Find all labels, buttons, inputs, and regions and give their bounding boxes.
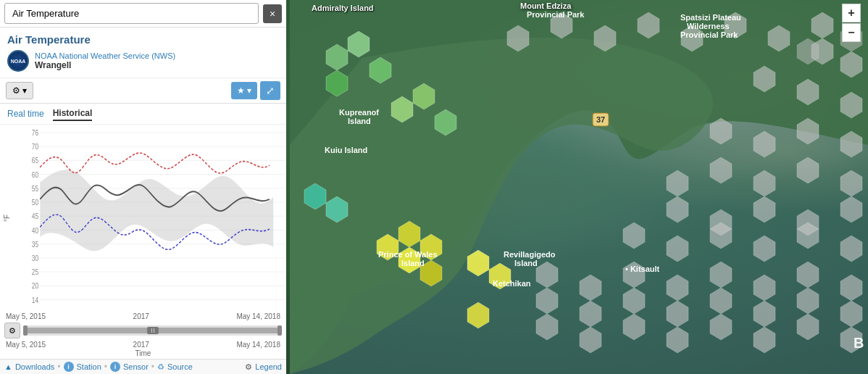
chart-svg: 76 70 65 60 55 50 45 40 35 30 xyxy=(22,128,285,312)
legend-link[interactable]: Legend xyxy=(255,362,282,371)
scrubber-date-mid: 2017 xyxy=(133,341,149,349)
svg-text:Wilderness: Wilderness xyxy=(687,22,730,30)
svg-text:Prince of Wales: Prince of Wales xyxy=(378,250,438,259)
separator-3: • xyxy=(151,362,154,372)
svg-text:Island: Island xyxy=(514,259,538,267)
svg-text:Island: Island xyxy=(401,259,425,267)
source-recycle-icon: ♻ xyxy=(157,362,164,372)
svg-text:20: 20 xyxy=(32,281,39,290)
star-icon: ★ xyxy=(237,86,245,96)
svg-text:50: 50 xyxy=(32,198,39,207)
tab-row: Real time Historical xyxy=(0,104,286,125)
svg-text:B: B xyxy=(854,335,864,351)
map-svg: Admiralty Island Mount Edziza Provincial… xyxy=(290,0,868,374)
separator-2: • xyxy=(104,362,107,372)
left-panel: Air TemperaturePrecipitationWind SpeedHu… xyxy=(0,0,286,374)
scrubber-left-handle[interactable] xyxy=(23,325,28,336)
source-row: NOAA NOAA National Weather Service (NWS)… xyxy=(7,50,279,72)
svg-text:Mount Edziza: Mount Edziza xyxy=(520,1,572,10)
panel-title: Air Temperature xyxy=(7,33,279,46)
svg-text:14: 14 xyxy=(32,296,39,304)
svg-text:37: 37 xyxy=(596,115,605,124)
svg-text:Kupreanof: Kupreanof xyxy=(339,108,379,117)
svg-text:Provincial Park: Provincial Park xyxy=(680,30,738,39)
layer-dropdown[interactable]: Air TemperaturePrecipitationWind SpeedHu… xyxy=(4,3,259,24)
time-label: Time xyxy=(0,349,286,359)
bottom-bar: ▲ Downloads • i Station • i Sensor • ♻ S… xyxy=(0,359,286,374)
star-dropdown-icon: ▾ xyxy=(247,86,251,96)
date-start: May 5, 2015 xyxy=(6,312,46,320)
zoom-in-button[interactable]: + xyxy=(842,4,861,22)
chart-container: °F 76 70 65 60 55 50 45 40 35 xyxy=(0,125,286,312)
svg-text:45: 45 xyxy=(32,212,39,220)
map-zoom-controls: + − xyxy=(842,4,861,42)
dropdown-bar: Air TemperaturePrecipitationWind SpeedHu… xyxy=(0,0,286,28)
svg-text:30: 30 xyxy=(32,254,39,262)
legend-gear-icon: ⚙ xyxy=(245,362,252,372)
gear-icon: ⚙ xyxy=(12,86,20,96)
gear-dropdown-icon: ▾ xyxy=(22,86,27,96)
scrubber-date-labels: May 5, 2015 2017 May 14, 2018 xyxy=(0,340,286,349)
expand-button[interactable]: ⤢ xyxy=(260,81,280,100)
station-info: Air Temperature NOAA NOAA National Weath… xyxy=(0,28,286,78)
svg-text:76: 76 xyxy=(32,128,38,137)
noaa-logo: NOAA xyxy=(7,50,29,72)
favorite-button[interactable]: ★ ▾ xyxy=(231,82,257,99)
svg-text:• Kitsault: • Kitsault xyxy=(625,265,660,273)
download-arrow-icon: ▲ xyxy=(4,362,12,371)
scrubber-right-handle[interactable] xyxy=(277,325,282,336)
toolbar: ⚙ ▾ ★ ▾ ⤢ xyxy=(0,78,286,104)
svg-text:25: 25 xyxy=(32,267,39,276)
svg-text:35: 35 xyxy=(32,240,39,249)
chart-date-labels: May 5, 2015 2017 May 14, 2018 xyxy=(0,312,286,321)
svg-text:Provincial Park: Provincial Park xyxy=(527,10,585,19)
date-end: May 14, 2018 xyxy=(236,312,280,320)
source-link-bottom[interactable]: Source xyxy=(167,362,193,371)
svg-text:65: 65 xyxy=(32,156,39,165)
svg-text:Island: Island xyxy=(348,117,371,125)
close-button[interactable]: × xyxy=(263,4,282,23)
svg-text:Revillagigedo: Revillagigedo xyxy=(504,250,556,259)
station-link[interactable]: Station xyxy=(77,362,101,371)
svg-text:55: 55 xyxy=(32,184,39,193)
station-info-icon: i xyxy=(64,362,74,372)
scrubber-date-end: May 14, 2018 xyxy=(236,341,280,349)
tab-historical[interactable]: Historical xyxy=(53,107,93,121)
svg-text:Spatsizi Plateau: Spatsizi Plateau xyxy=(680,13,741,22)
station-name: Wrangell xyxy=(35,60,175,70)
settings-button[interactable]: ⚙ ▾ xyxy=(6,82,33,99)
scrubber-date-start: May 5, 2015 xyxy=(6,341,46,349)
downloads-link[interactable]: Downloads xyxy=(15,362,54,371)
sensor-link[interactable]: Sensor xyxy=(123,362,149,371)
separator-1: • xyxy=(57,362,60,372)
svg-text:Kuiu Island: Kuiu Island xyxy=(325,146,367,154)
tab-realtime[interactable]: Real time xyxy=(7,107,44,120)
svg-text:Admiralty Island: Admiralty Island xyxy=(312,4,374,12)
scrubber-row: ⚙ xyxy=(0,321,286,340)
svg-text:60: 60 xyxy=(32,170,39,179)
svg-text:Ketchikan: Ketchikan xyxy=(493,279,531,288)
zoom-out-button[interactable]: − xyxy=(842,23,861,42)
scrubber-settings[interactable]: ⚙ xyxy=(4,323,20,338)
y-axis-label: °F xyxy=(3,215,11,222)
timeline-scrubber[interactable] xyxy=(23,325,282,336)
sensor-info-icon: i xyxy=(110,362,120,372)
source-link[interactable]: NOAA National Weather Service (NWS) xyxy=(35,51,175,60)
svg-text:70: 70 xyxy=(32,142,39,151)
scrubber-center-handle[interactable] xyxy=(147,327,159,334)
date-mid: 2017 xyxy=(133,312,149,320)
svg-text:40: 40 xyxy=(32,225,39,234)
source-text: NOAA National Weather Service (NWS) Wran… xyxy=(35,51,175,70)
